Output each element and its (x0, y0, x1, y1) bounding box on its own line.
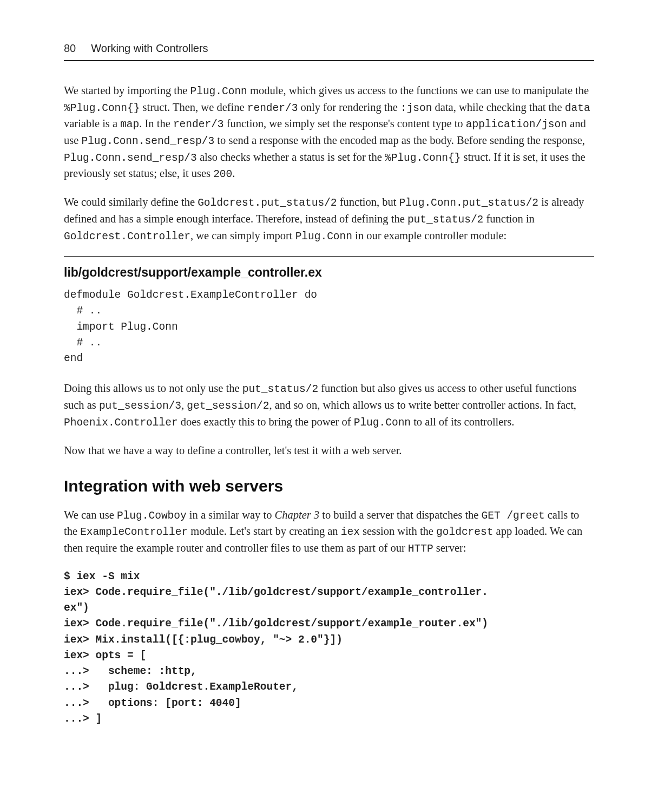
section-heading: Integration with web servers (64, 477, 594, 495)
text: variable is a (64, 117, 120, 129)
text: . In the (139, 117, 173, 129)
text: , and so on, which allows us to write be… (269, 399, 576, 411)
inline-code: goldcrest (436, 526, 493, 538)
inline-code: render/3 (173, 119, 224, 130)
code-block-controller: defmodule Goldcrest.ExampleController do… (64, 287, 594, 366)
code-file-header: lib/goldcrest/support/example_controller… (64, 265, 594, 280)
inline-code: :json (400, 102, 432, 114)
inline-code: iex (341, 526, 360, 538)
text: struct. Then, we define (140, 101, 247, 113)
code-block-iex: $ iex -S mix iex> Code.require_file("./l… (64, 569, 594, 728)
inline-code: render/3 (247, 102, 298, 114)
text: also checks whether a status is set for … (197, 151, 385, 163)
inline-code: Plug.Conn (295, 231, 352, 243)
text: session with the (360, 525, 436, 537)
text: server: (433, 542, 466, 554)
text: in our example controller module: (352, 230, 507, 241)
text: does exactly this to bring the power of (178, 416, 354, 428)
text: We can use (64, 509, 117, 521)
page-number: 80 (64, 42, 76, 55)
text: module. Let's start by creating an (188, 525, 341, 537)
inline-code: Phoenix.Controller (64, 417, 178, 429)
text: , (181, 399, 187, 411)
inline-code: GET /greet (482, 510, 545, 522)
inline-code: get_session/2 (187, 400, 269, 412)
inline-code: Plug.Conn.put_status/2 (399, 197, 538, 209)
text: function, we simply set the response's c… (224, 117, 466, 129)
text: Doing this allows us to not only use the (64, 382, 242, 394)
inline-code: put_status/2 (242, 383, 318, 395)
inline-code: put_session/3 (99, 400, 181, 412)
inline-code: Goldcrest.Controller (64, 231, 190, 243)
text: to send a response with the encoded map … (214, 134, 585, 146)
text: module, which gives us access to the fun… (247, 84, 589, 96)
chapter-title: Working with Controllers (91, 42, 208, 55)
text: data, while checking that the (432, 101, 564, 113)
inline-code: data (565, 102, 590, 114)
text: to build a server that dispatches the (319, 509, 481, 521)
text-italic: Chapter 3 (275, 509, 320, 521)
inline-code: 200 (213, 168, 232, 180)
text: , we can simply import (190, 230, 295, 241)
text: function in (483, 213, 535, 225)
text: in a similar way to (187, 509, 275, 521)
body-paragraph-3: Doing this allows us to not only use the… (64, 381, 594, 430)
text: We could similarly define the (64, 196, 198, 208)
divider (64, 256, 594, 257)
page: 80 Working with Controllers We started b… (0, 0, 651, 812)
inline-code: put_status/2 (407, 214, 483, 226)
inline-code: %Plug.Conn{} (385, 152, 461, 164)
inline-code: Plug.Conn (354, 417, 411, 429)
text: . (232, 167, 235, 179)
inline-code: Plug.Conn.send_resp/3 (81, 135, 214, 147)
text: only for rendering the (298, 101, 400, 113)
inline-code: application/json (466, 119, 567, 130)
body-paragraph-2: We could similarly define the Goldcrest.… (64, 194, 594, 244)
inline-code: %Plug.Conn{} (64, 102, 140, 114)
text: We started by importing the (64, 84, 190, 96)
inline-code: Goldcrest.put_status/2 (198, 197, 337, 209)
body-paragraph-5: We can use Plug.Cowboy in a similar way … (64, 507, 594, 557)
running-head: 80 Working with Controllers (64, 42, 594, 61)
body-paragraph-4: Now that we have a way to define a contr… (64, 443, 594, 459)
inline-code: Plug.Cowboy (117, 510, 187, 522)
inline-code: ExampleController (80, 526, 188, 538)
inline-code: HTTP (408, 543, 433, 555)
text: function, but (337, 196, 399, 208)
inline-code: Plug.Conn (190, 86, 247, 97)
inline-code: Plug.Conn.send_resp/3 (64, 152, 197, 164)
body-paragraph-1: We started by importing the Plug.Conn mo… (64, 83, 594, 182)
text: to all of its controllers. (411, 416, 514, 428)
inline-code: map (120, 119, 139, 130)
